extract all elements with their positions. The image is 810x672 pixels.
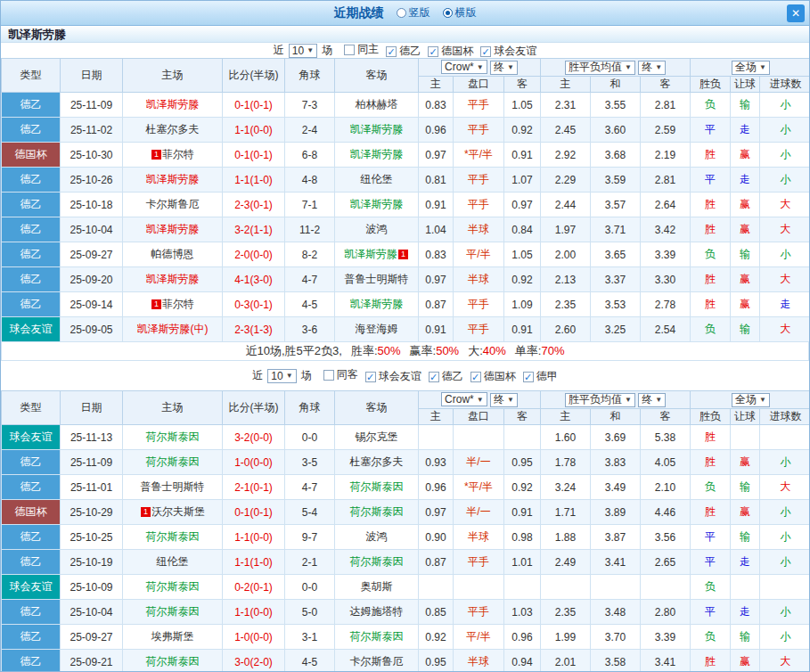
- match-row: 德乙25-10-04荷尔斯泰因1-1(0-0)5-0达姆施塔特0.85平手1.0…: [2, 600, 810, 625]
- match-score: 0-1(0-1): [223, 93, 285, 118]
- match-score: 2-1(0-1): [223, 475, 285, 500]
- match-score: 2-3(1-3): [223, 317, 285, 342]
- result-goals: [760, 425, 810, 450]
- odds-source-select[interactable]: Crow*▼: [441, 392, 487, 406]
- col-avg-draw: 和: [591, 409, 641, 425]
- filter-checkbox[interactable]: 同客: [323, 367, 358, 382]
- match-score: 0-1(0-1): [223, 500, 285, 525]
- away-team: 杜塞尔多夫: [335, 450, 419, 475]
- avg-away: 2.10: [641, 475, 691, 500]
- result-wdl: 胜: [691, 267, 731, 292]
- match-score: 3-2(0-0): [223, 425, 285, 450]
- filter-checkbox[interactable]: ✓德国杯: [470, 369, 516, 384]
- match-count-select[interactable]: 10 ▼: [267, 369, 296, 383]
- col-avg-away: 客: [641, 409, 691, 425]
- result-goals: 小: [760, 500, 810, 525]
- radio-horizontal-layout[interactable]: 横版: [443, 5, 477, 20]
- filter-checkbox[interactable]: ✓球会友谊: [365, 369, 421, 384]
- fullmatch-select[interactable]: 全场▼: [732, 393, 770, 407]
- filter-checkbox[interactable]: ✓德甲: [523, 369, 558, 384]
- match-date: 25-10-04: [61, 217, 123, 242]
- avg-draw: 3.41: [591, 550, 641, 575]
- odds-away: 0.95: [504, 450, 541, 475]
- dropdown-arrow-icon: ▼: [655, 396, 662, 404]
- result-handicap: [731, 575, 760, 600]
- fullmatch-select[interactable]: 全场▼: [732, 61, 770, 75]
- result-goals: 小: [760, 93, 810, 118]
- avg-odds-select[interactable]: 胜平负均值▼: [565, 61, 635, 75]
- home-team: 1菲尔特: [123, 292, 223, 317]
- checkbox-checked-icon: ✓: [386, 46, 397, 57]
- away-team-label: 普鲁士明斯特: [345, 273, 409, 285]
- rank-badge: 1: [141, 507, 151, 517]
- close-button[interactable]: ✕: [787, 4, 805, 22]
- avg-away: 2.80: [641, 600, 691, 625]
- dropdown-arrow-icon: ▼: [759, 63, 766, 71]
- odds-source-select[interactable]: Crow*▼: [441, 60, 487, 74]
- match-count-select[interactable]: 10 ▼: [289, 44, 317, 58]
- odds-home: [419, 425, 454, 450]
- dropdown-arrow-icon: ▼: [759, 396, 766, 404]
- scope-header-cell: 全场▼: [691, 391, 810, 409]
- match-date: 25-09-20: [61, 267, 123, 292]
- col-odds-away: 客: [504, 409, 541, 425]
- result-handicap: 赢: [731, 500, 760, 525]
- team2-filter-row: 近 10 ▼ 场 同客✓球会友谊✓德乙✓德国杯✓德甲: [1, 361, 809, 390]
- avg-away: 3.56: [641, 525, 691, 550]
- odds-away: 0.91: [504, 317, 541, 342]
- rank-badge: 1: [151, 150, 161, 160]
- match-score: 0-1(0-1): [223, 143, 285, 168]
- away-team-label: 卡尔斯鲁厄: [350, 655, 404, 668]
- odds-final-select[interactable]: 终▼: [490, 393, 518, 407]
- corner-count: 7-3: [285, 93, 335, 118]
- checkbox-checked-icon: ✓: [428, 46, 438, 57]
- match-date: 25-09-05: [61, 317, 123, 342]
- odds-away: 0.91: [504, 500, 541, 525]
- filter-checkbox[interactable]: ✓德国杯: [428, 44, 473, 59]
- league-badge: 德乙: [2, 118, 61, 143]
- away-team: 荷尔斯泰因: [335, 500, 419, 525]
- col-avg-draw: 和: [591, 77, 641, 93]
- corner-count: 3-5: [285, 450, 335, 475]
- odds-handicap: [454, 425, 504, 450]
- avg-away: 3.30: [641, 267, 691, 292]
- col-result-handicap: 让球: [731, 409, 760, 425]
- result-goals: 大: [760, 317, 810, 342]
- avg-odds-select[interactable]: 胜平负均值▼: [565, 393, 635, 407]
- avg-draw: 3.83: [591, 450, 641, 475]
- match-date: 25-09-14: [61, 292, 123, 317]
- match-date: 25-10-26: [61, 168, 123, 193]
- home-team: 杜塞尔多夫: [123, 118, 223, 143]
- filter-checkbox[interactable]: ✓德乙: [386, 44, 421, 59]
- avg-away: 2.81: [641, 168, 691, 193]
- avg-final-select[interactable]: 终▼: [638, 393, 666, 407]
- match-row: 德乙25-11-09凯泽斯劳滕0-1(0-1)7-3柏林赫塔0.83平手1.05…: [2, 93, 810, 118]
- filter-checkbox[interactable]: ✓德乙: [429, 369, 463, 384]
- match-score: 0-3(0-1): [223, 292, 285, 317]
- odds-home: 0.92: [419, 625, 454, 650]
- col-odds-home: 主: [419, 409, 454, 425]
- match-score: 1-1(0-0): [223, 525, 285, 550]
- odds-away: 1.03: [504, 600, 541, 625]
- avg-draw: 3.89: [591, 500, 641, 525]
- team2-filter-options: 同客✓球会友谊✓德乙✓德国杯✓德甲: [316, 367, 558, 384]
- col-home: 主场: [123, 59, 223, 93]
- home-team: 荷尔斯泰因: [123, 425, 223, 450]
- corner-count: 0-0: [285, 425, 335, 450]
- odds-away: 0.92: [504, 475, 541, 500]
- odds-away: 0.92: [504, 118, 541, 143]
- match-date: 25-09-27: [61, 242, 123, 267]
- col-result-handicap: 让球: [731, 77, 760, 93]
- avg-home: 2.92: [541, 143, 591, 168]
- avg-home: 2.45: [541, 118, 591, 143]
- filter-checkbox[interactable]: 同主: [344, 42, 379, 57]
- filter-checkbox[interactable]: ✓球会友谊: [480, 44, 536, 59]
- match-row: 德国杯25-10-291沃尔夫斯堡0-1(0-1)5-4荷尔斯泰因0.97半/一…: [2, 500, 810, 525]
- radio-vertical-layout[interactable]: 竖版: [397, 5, 430, 20]
- match-date: 25-11-09: [61, 450, 123, 475]
- league-badge: 德乙: [2, 93, 61, 118]
- match-score: 1-1(0-0): [223, 118, 285, 143]
- odds-final-select[interactable]: 终▼: [490, 61, 518, 75]
- avg-final-select[interactable]: 终▼: [638, 61, 666, 75]
- rank-badge: 1: [398, 250, 408, 259]
